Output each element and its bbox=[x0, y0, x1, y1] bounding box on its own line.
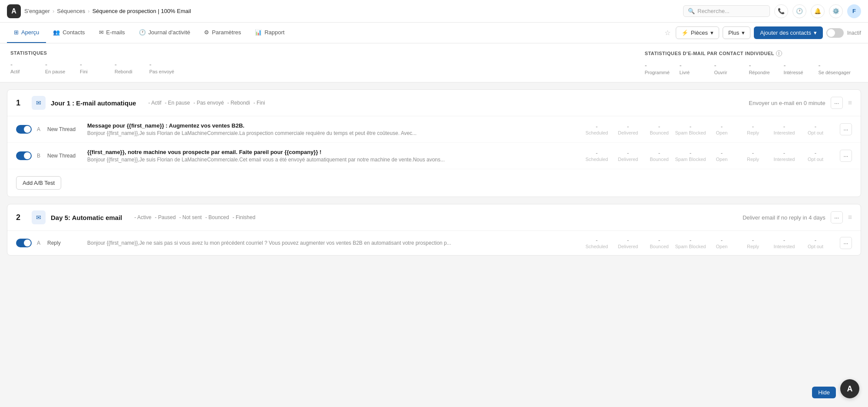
params-icon: ⚙ bbox=[204, 29, 209, 36]
seq-1-email-b-stat-optout: - Opt out bbox=[800, 150, 831, 162]
seq-1-delivery-note: Envoyer un e-mail en 0 minute bbox=[749, 100, 825, 106]
nav-right: 🔍 Recherche... 📞 🕐 🔔 ⚙️ F bbox=[683, 4, 861, 18]
stat-fini-label: Fini bbox=[80, 69, 88, 74]
seq-1-email-a-thread: New Thread bbox=[47, 126, 82, 132]
stat-repondre-label: Répondre bbox=[749, 70, 769, 75]
tab-rapport[interactable]: 📊 Rapport bbox=[248, 23, 291, 43]
users-icon: 👥 bbox=[53, 29, 60, 36]
seq-2-email-a-stat-optout: - Opt out bbox=[800, 237, 831, 249]
seq-2-more-button[interactable]: ··· bbox=[831, 211, 843, 223]
stat-actif: - Actif bbox=[10, 61, 45, 74]
stat-ouvrir-val: - bbox=[714, 62, 716, 69]
stat-desengage-label: Se désengager bbox=[818, 70, 851, 75]
tab-params[interactable]: ⚙ Paramètres bbox=[197, 23, 248, 43]
tab-apercu[interactable]: ⊞ Aperçu bbox=[7, 23, 46, 43]
breadcrumb-item-1[interactable]: S'engager bbox=[24, 8, 50, 14]
inactive-switch[interactable] bbox=[826, 28, 844, 38]
seq-2-email-a-variant: A bbox=[37, 240, 42, 246]
top-nav: A S'engager › Séquences › Séquence de pr… bbox=[0, 0, 868, 23]
search-box[interactable]: 🔍 Recherche... bbox=[683, 5, 770, 17]
seq-2-email-a-stat-open: - Open bbox=[706, 237, 737, 249]
tabs-actions: ☆ ⚡ Pièces ▾ Plus ▾ Ajouter des contacts… bbox=[663, 26, 861, 39]
sequence-card-1: 1 ✉ Jour 1 : E-mail automatique - Actif … bbox=[7, 89, 861, 197]
add-contacts-button[interactable]: Ajouter des contacts ▾ bbox=[754, 26, 823, 39]
add-contacts-chevron-icon: ▾ bbox=[814, 30, 817, 36]
seq-1-email-b-more-button[interactable]: ··· bbox=[840, 150, 852, 162]
stat-actif-val: - bbox=[10, 61, 13, 68]
inactive-toggle: Inactif bbox=[826, 28, 861, 38]
seq-1-email-a-content[interactable]: Message pour {{first_name}} : Augmentez … bbox=[87, 122, 571, 136]
seq-1-email-b-content[interactable]: {{first_name}}, notre machine vous prosp… bbox=[87, 149, 571, 163]
seq-2-email-a-more-button[interactable]: ··· bbox=[840, 237, 852, 249]
grid-icon: ⊞ bbox=[14, 29, 19, 36]
plus-button[interactable]: Plus ▾ bbox=[723, 26, 750, 39]
seq-2-icon: ✉ bbox=[32, 210, 46, 224]
seq-1-stats: - Actif - En pause - Pas envoyé - Rebond… bbox=[148, 100, 265, 106]
info-icon: i bbox=[776, 50, 782, 56]
seq-2-stats: - Active - Paused - Not sent - Bounced -… bbox=[135, 214, 256, 220]
seq-1-email-a-more-button[interactable]: ··· bbox=[840, 123, 852, 135]
seq-1-email-b-stats: - Scheduled - Delivered - Bounced - Spam… bbox=[581, 150, 831, 162]
seq-1-drag-handle[interactable]: ≡ bbox=[848, 99, 852, 107]
seq-1-email-a-actions: ··· bbox=[840, 123, 852, 135]
stat-pasenvoye: - Pas envoyé bbox=[149, 61, 184, 74]
clock-icon-btn[interactable]: 🕐 bbox=[792, 4, 806, 18]
seq-1-add-ab-button[interactable]: Add A/B Test bbox=[16, 176, 61, 190]
seq-1-email-a-stats: - Scheduled - Delivered - Bounced - Spam… bbox=[581, 123, 831, 135]
main-content: 1 ✉ Jour 1 : E-mail automatique - Actif … bbox=[0, 82, 868, 263]
search-placeholder: Recherche... bbox=[697, 8, 730, 14]
seq-1-stat-pause: - En pause bbox=[165, 100, 190, 106]
tab-journal[interactable]: 🕐 Journal d'activité bbox=[132, 23, 197, 43]
seq-1-email-a-toggle[interactable] bbox=[16, 125, 32, 134]
seq-2-delivery-note: Deliver email if no reply in 4 days bbox=[743, 214, 825, 221]
tab-emails-label: E-mails bbox=[106, 29, 125, 36]
tab-contacts-label: Contacts bbox=[62, 29, 85, 36]
stat-interesse-val: - bbox=[783, 62, 786, 69]
tab-contacts[interactable]: 👥 Contacts bbox=[46, 23, 92, 43]
stats-left-label: STATISTIQUES bbox=[10, 50, 184, 56]
pieces-button[interactable]: ⚡ Pièces ▾ bbox=[676, 26, 719, 39]
seq-2-email-a-thread: Reply bbox=[47, 240, 82, 246]
seq-1-email-b-stat-reply: - Reply bbox=[737, 150, 769, 162]
tab-emails[interactable]: ✉ E-mails bbox=[92, 23, 132, 43]
app-logo[interactable]: A bbox=[7, 4, 21, 18]
settings-icon-btn[interactable]: ⚙️ bbox=[829, 4, 843, 18]
seq-1-email-b-row: B New Thread {{first_name}}, notre machi… bbox=[7, 143, 861, 169]
seq-1-email-b-stat-scheduled: - Scheduled bbox=[581, 150, 612, 162]
seq-1-header-right: Envoyer un e-mail en 0 minute ··· ≡ bbox=[749, 97, 852, 109]
sequence-card-2: 2 ✉ Day 5: Automatic email - Active - Pa… bbox=[7, 204, 861, 256]
tab-apercu-label: Aperçu bbox=[21, 29, 39, 36]
bell-icon-btn[interactable]: 🔔 bbox=[811, 4, 825, 18]
seq-1-email-b-actions: ··· bbox=[840, 150, 852, 162]
seq-2-email-a-stat-reply: - Reply bbox=[737, 237, 769, 249]
seq-2-stat-notsent: - Not sent bbox=[179, 214, 202, 220]
add-contacts-label: Ajouter des contacts bbox=[760, 30, 811, 36]
seq-1-email-b-toggle[interactable] bbox=[16, 151, 32, 160]
seq-2-drag-handle[interactable]: ≡ bbox=[848, 213, 852, 221]
phone-icon-btn[interactable]: 📞 bbox=[774, 4, 788, 18]
breadcrumb-item-2[interactable]: Séquences bbox=[57, 8, 85, 14]
stat-rebondi-val: - bbox=[115, 61, 117, 68]
seq-1-email-a-stat-scheduled: - Scheduled bbox=[581, 123, 612, 135]
stat-pause-val: - bbox=[45, 61, 47, 68]
seq-1-email-a-preview: Bonjour {{first_name}},Je suis Florian d… bbox=[87, 130, 571, 136]
plus-label: Plus bbox=[728, 30, 739, 36]
stats-left-items: - Actif - En pause - Fini - Rebondi - Pa… bbox=[10, 61, 184, 74]
seq-2-email-a-stat-bounced: - Bounced bbox=[644, 237, 675, 249]
seq-1-more-button[interactable]: ··· bbox=[831, 97, 843, 109]
seq-2-email-a-content[interactable]: Bonjour {{first_name}},Je ne sais pas si… bbox=[87, 240, 571, 246]
user-avatar[interactable]: F bbox=[847, 4, 861, 18]
seq-2-email-a-toggle[interactable] bbox=[16, 239, 32, 247]
seq-1-email-a-stat-reply: - Reply bbox=[737, 123, 769, 135]
bar-chart-icon: 📊 bbox=[255, 29, 262, 36]
seq-1-stat-pasenvoye: - Pas envoyé bbox=[194, 100, 224, 106]
seq-1-header: 1 ✉ Jour 1 : E-mail automatique - Actif … bbox=[7, 90, 861, 116]
tabs-list: ⊞ Aperçu 👥 Contacts ✉ E-mails 🕐 Journal … bbox=[7, 23, 292, 43]
seq-1-email-b-stat-spam: - Spam Blocked bbox=[675, 150, 706, 162]
seq-2-email-a-row: A Reply Bonjour {{first_name}},Je ne sai… bbox=[7, 231, 861, 255]
star-button[interactable]: ☆ bbox=[663, 27, 672, 39]
stat-livre-label: Livré bbox=[679, 70, 690, 75]
seq-1-email-a-variant: A bbox=[37, 126, 42, 132]
stat-ouvrir-label: Ouvrir bbox=[714, 70, 727, 75]
stat-desengage: - Se désengager bbox=[818, 62, 858, 75]
